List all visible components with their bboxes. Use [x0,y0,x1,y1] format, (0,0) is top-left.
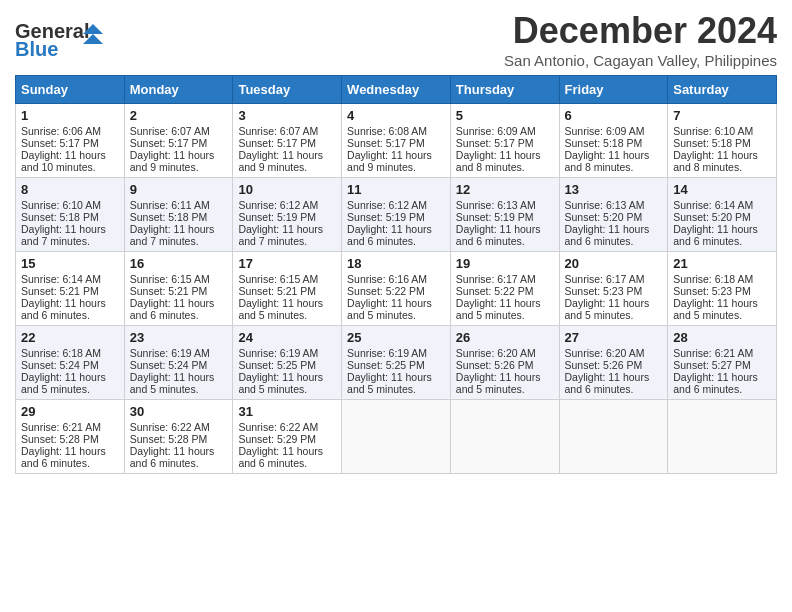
day-number: 15 [21,256,119,271]
sunrise-text: Sunrise: 6:10 AM [673,125,771,137]
sunrise-text: Sunrise: 6:14 AM [673,199,771,211]
sunset-text: Sunset: 5:21 PM [21,285,119,297]
calendar-cell: 22Sunrise: 6:18 AMSunset: 5:24 PMDayligh… [16,326,125,400]
calendar-cell [668,400,777,474]
sunset-text: Sunset: 5:17 PM [456,137,554,149]
daylight-text: Daylight: 11 hours and 7 minutes. [21,223,119,247]
sunrise-text: Sunrise: 6:15 AM [238,273,336,285]
day-number: 16 [130,256,228,271]
daylight-text: Daylight: 11 hours and 6 minutes. [565,223,663,247]
daylight-text: Daylight: 11 hours and 6 minutes. [673,371,771,395]
sunrise-text: Sunrise: 6:21 AM [673,347,771,359]
sunset-text: Sunset: 5:23 PM [673,285,771,297]
week-row-1: 1Sunrise: 6:06 AMSunset: 5:17 PMDaylight… [16,104,777,178]
calendar-cell: 17Sunrise: 6:15 AMSunset: 5:21 PMDayligh… [233,252,342,326]
day-number: 13 [565,182,663,197]
sunrise-text: Sunrise: 6:19 AM [347,347,445,359]
column-header-saturday: Saturday [668,76,777,104]
day-number: 18 [347,256,445,271]
day-number: 10 [238,182,336,197]
sunrise-text: Sunrise: 6:20 AM [565,347,663,359]
day-number: 12 [456,182,554,197]
daylight-text: Daylight: 11 hours and 9 minutes. [130,149,228,173]
sunrise-text: Sunrise: 6:07 AM [130,125,228,137]
day-number: 4 [347,108,445,123]
sunset-text: Sunset: 5:22 PM [456,285,554,297]
calendar-cell: 12Sunrise: 6:13 AMSunset: 5:19 PMDayligh… [450,178,559,252]
daylight-text: Daylight: 11 hours and 7 minutes. [130,223,228,247]
day-number: 6 [565,108,663,123]
daylight-text: Daylight: 11 hours and 9 minutes. [238,149,336,173]
sunrise-text: Sunrise: 6:18 AM [673,273,771,285]
sunrise-text: Sunrise: 6:22 AM [130,421,228,433]
header: General Blue December 2024 San Antonio, … [15,10,777,69]
sunrise-text: Sunrise: 6:11 AM [130,199,228,211]
sunset-text: Sunset: 5:28 PM [21,433,119,445]
calendar-table: SundayMondayTuesdayWednesdayThursdayFrid… [15,75,777,474]
calendar-cell: 2Sunrise: 6:07 AMSunset: 5:17 PMDaylight… [124,104,233,178]
calendar-cell: 9Sunrise: 6:11 AMSunset: 5:18 PMDaylight… [124,178,233,252]
calendar-cell: 18Sunrise: 6:16 AMSunset: 5:22 PMDayligh… [342,252,451,326]
daylight-text: Daylight: 11 hours and 8 minutes. [673,149,771,173]
sunrise-text: Sunrise: 6:13 AM [565,199,663,211]
day-number: 1 [21,108,119,123]
sunset-text: Sunset: 5:21 PM [130,285,228,297]
sunrise-text: Sunrise: 6:12 AM [238,199,336,211]
sunset-text: Sunset: 5:19 PM [347,211,445,223]
calendar-cell: 23Sunrise: 6:19 AMSunset: 5:24 PMDayligh… [124,326,233,400]
calendar-cell: 29Sunrise: 6:21 AMSunset: 5:28 PMDayligh… [16,400,125,474]
daylight-text: Daylight: 11 hours and 6 minutes. [21,445,119,469]
sunrise-text: Sunrise: 6:10 AM [21,199,119,211]
sunrise-text: Sunrise: 6:15 AM [130,273,228,285]
sunset-text: Sunset: 5:25 PM [347,359,445,371]
sunrise-text: Sunrise: 6:18 AM [21,347,119,359]
sunset-text: Sunset: 5:27 PM [673,359,771,371]
day-number: 8 [21,182,119,197]
logo-text: General Blue [15,16,105,62]
daylight-text: Daylight: 11 hours and 6 minutes. [238,445,336,469]
logo: General Blue [15,16,105,62]
sunrise-text: Sunrise: 6:09 AM [565,125,663,137]
sunrise-text: Sunrise: 6:12 AM [347,199,445,211]
calendar-cell: 3Sunrise: 6:07 AMSunset: 5:17 PMDaylight… [233,104,342,178]
calendar-cell: 28Sunrise: 6:21 AMSunset: 5:27 PMDayligh… [668,326,777,400]
calendar-cell: 6Sunrise: 6:09 AMSunset: 5:18 PMDaylight… [559,104,668,178]
sunrise-text: Sunrise: 6:19 AM [238,347,336,359]
week-row-2: 8Sunrise: 6:10 AMSunset: 5:18 PMDaylight… [16,178,777,252]
day-number: 14 [673,182,771,197]
day-number: 22 [21,330,119,345]
daylight-text: Daylight: 11 hours and 6 minutes. [130,297,228,321]
week-row-3: 15Sunrise: 6:14 AMSunset: 5:21 PMDayligh… [16,252,777,326]
day-number: 21 [673,256,771,271]
day-number: 17 [238,256,336,271]
day-number: 24 [238,330,336,345]
day-number: 3 [238,108,336,123]
day-number: 2 [130,108,228,123]
daylight-text: Daylight: 11 hours and 6 minutes. [456,223,554,247]
day-number: 25 [347,330,445,345]
day-number: 19 [456,256,554,271]
day-number: 7 [673,108,771,123]
sunset-text: Sunset: 5:17 PM [21,137,119,149]
daylight-text: Daylight: 11 hours and 5 minutes. [456,297,554,321]
day-number: 26 [456,330,554,345]
sunset-text: Sunset: 5:20 PM [565,211,663,223]
calendar-cell: 27Sunrise: 6:20 AMSunset: 5:26 PMDayligh… [559,326,668,400]
calendar-cell: 25Sunrise: 6:19 AMSunset: 5:25 PMDayligh… [342,326,451,400]
daylight-text: Daylight: 11 hours and 5 minutes. [565,297,663,321]
sunset-text: Sunset: 5:18 PM [130,211,228,223]
daylight-text: Daylight: 11 hours and 10 minutes. [21,149,119,173]
daylight-text: Daylight: 11 hours and 5 minutes. [456,371,554,395]
calendar-cell: 4Sunrise: 6:08 AMSunset: 5:17 PMDaylight… [342,104,451,178]
sunset-text: Sunset: 5:25 PM [238,359,336,371]
sunset-text: Sunset: 5:28 PM [130,433,228,445]
sunset-text: Sunset: 5:17 PM [347,137,445,149]
daylight-text: Daylight: 11 hours and 6 minutes. [130,445,228,469]
sunrise-text: Sunrise: 6:07 AM [238,125,336,137]
sunrise-text: Sunrise: 6:20 AM [456,347,554,359]
daylight-text: Daylight: 11 hours and 5 minutes. [21,371,119,395]
day-number: 27 [565,330,663,345]
week-row-5: 29Sunrise: 6:21 AMSunset: 5:28 PMDayligh… [16,400,777,474]
column-header-monday: Monday [124,76,233,104]
sunset-text: Sunset: 5:21 PM [238,285,336,297]
